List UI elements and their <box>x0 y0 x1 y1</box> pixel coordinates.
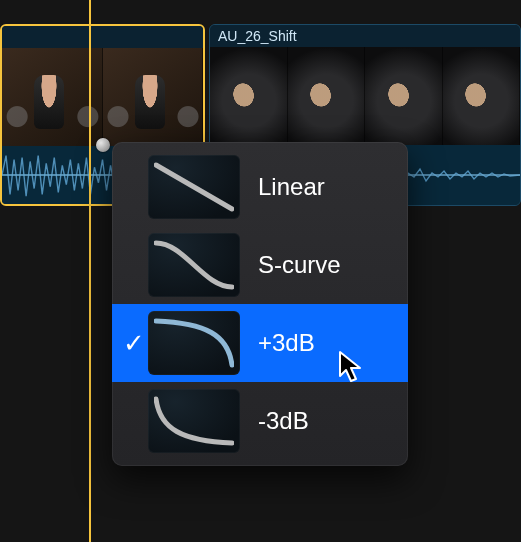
fade-option-minus3db[interactable]: -3dB <box>112 382 408 460</box>
checkmark-icon: ✓ <box>120 328 148 359</box>
fade-option-label: +3dB <box>258 329 394 357</box>
fade-shape-menu: Linear S-curve ✓ +3dB -3dB <box>112 142 408 466</box>
clip-a-title <box>2 26 203 48</box>
clip-a-filmstrip <box>2 48 203 146</box>
fade-option-linear[interactable]: Linear <box>112 148 408 226</box>
fade-option-plus3db[interactable]: ✓ +3dB <box>112 304 408 382</box>
playhead[interactable] <box>89 0 91 542</box>
fade-option-label: Linear <box>258 173 394 201</box>
fade-option-label: S-curve <box>258 251 394 279</box>
curve-thumb-plus3db <box>148 311 240 375</box>
curve-thumb-linear <box>148 155 240 219</box>
curve-thumb-minus3db <box>148 389 240 453</box>
curve-thumb-scurve <box>148 233 240 297</box>
clip-b-title: AU_26_Shift <box>210 25 520 47</box>
fade-option-label: -3dB <box>258 407 394 435</box>
clip-b-filmstrip <box>210 47 520 145</box>
fade-option-scurve[interactable]: S-curve <box>112 226 408 304</box>
audio-fade-handle[interactable] <box>96 138 110 152</box>
